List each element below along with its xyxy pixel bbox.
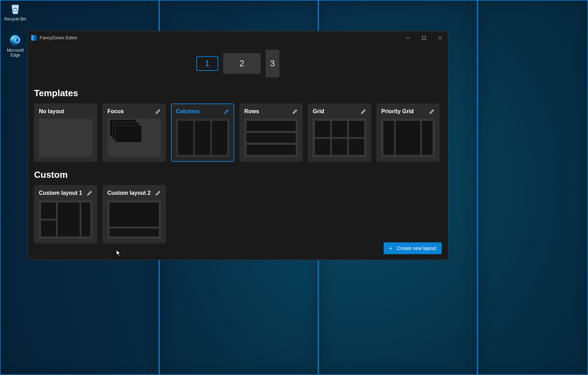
template-preview xyxy=(107,119,161,157)
templates-row: No layout Focus Columns xyxy=(34,103,442,162)
template-preview xyxy=(313,119,366,157)
template-preview xyxy=(244,119,298,157)
custom-row: Custom layout 1 Custom layout 2 xyxy=(34,185,442,243)
edit-icon[interactable] xyxy=(429,109,435,114)
monitor-1-button[interactable]: 1 xyxy=(196,56,218,71)
edit-icon[interactable] xyxy=(87,190,92,196)
template-preview xyxy=(381,119,435,157)
custom-card-2[interactable]: Custom layout 2 xyxy=(103,185,166,243)
minimize-button[interactable] xyxy=(400,31,416,44)
template-name: No layout xyxy=(39,108,64,115)
template-preview xyxy=(39,119,92,157)
edit-icon[interactable] xyxy=(292,109,298,114)
svg-rect-2 xyxy=(423,36,426,39)
template-name: Grid xyxy=(313,108,324,115)
desktop-icon-label: Microsoft Edge xyxy=(7,48,24,58)
edit-icon[interactable] xyxy=(155,109,161,114)
create-new-layout-button[interactable]: ＋ Create new layout xyxy=(384,242,442,254)
template-card-priority-grid[interactable]: Priority Grid xyxy=(376,103,440,162)
edge-icon xyxy=(9,33,22,47)
maximize-button[interactable] xyxy=(416,31,432,44)
custom-name: Custom layout 1 xyxy=(39,190,82,196)
template-name: Rows xyxy=(244,108,259,115)
template-card-no-layout[interactable]: No layout xyxy=(34,103,97,162)
titlebar[interactable]: FancyZones Editor xyxy=(28,31,448,44)
template-card-rows[interactable]: Rows xyxy=(239,103,303,162)
desktop-icon-label: Recycle Bin xyxy=(4,17,26,22)
template-name: Priority Grid xyxy=(381,108,414,115)
template-name: Columns xyxy=(176,108,199,115)
custom-preview xyxy=(39,200,92,239)
monitor-picker: 1 2 3 xyxy=(28,44,448,86)
monitor-2-button[interactable]: 2 xyxy=(223,53,261,74)
desktop-icon-recycle-bin[interactable]: Recycle Bin xyxy=(1,2,29,22)
plus-icon: ＋ xyxy=(388,245,393,251)
desktop-icon-microsoft-edge[interactable]: Microsoft Edge xyxy=(1,33,29,58)
window-title: FancyZones Editor xyxy=(40,35,77,40)
fancyzones-editor-window: FancyZones Editor 1 2 3 Templates No lay… xyxy=(27,31,448,260)
svg-point-1 xyxy=(10,35,21,45)
custom-name: Custom layout 2 xyxy=(107,190,150,196)
custom-preview xyxy=(107,200,161,239)
templates-heading: Templates xyxy=(34,88,442,99)
editor-body: Templates No layout Focus xyxy=(28,86,448,260)
close-button[interactable] xyxy=(432,31,448,44)
monitor-3-button[interactable]: 3 xyxy=(266,50,279,77)
zone-4 xyxy=(477,0,588,375)
mouse-cursor xyxy=(116,250,121,257)
template-card-focus[interactable]: Focus xyxy=(103,103,166,162)
recycle-bin-icon xyxy=(9,2,22,15)
template-card-columns[interactable]: Columns xyxy=(171,103,234,162)
window-controls xyxy=(400,31,448,44)
edit-icon[interactable] xyxy=(361,109,366,114)
edit-icon[interactable] xyxy=(155,190,161,196)
custom-heading: Custom xyxy=(34,169,442,180)
custom-card-1[interactable]: Custom layout 1 xyxy=(34,185,97,243)
app-icon xyxy=(31,35,37,41)
template-card-grid[interactable]: Grid xyxy=(308,103,371,162)
template-preview xyxy=(176,119,229,157)
template-name: Focus xyxy=(107,108,124,115)
create-new-layout-label: Create new layout xyxy=(397,245,436,251)
edit-icon[interactable] xyxy=(224,109,229,114)
